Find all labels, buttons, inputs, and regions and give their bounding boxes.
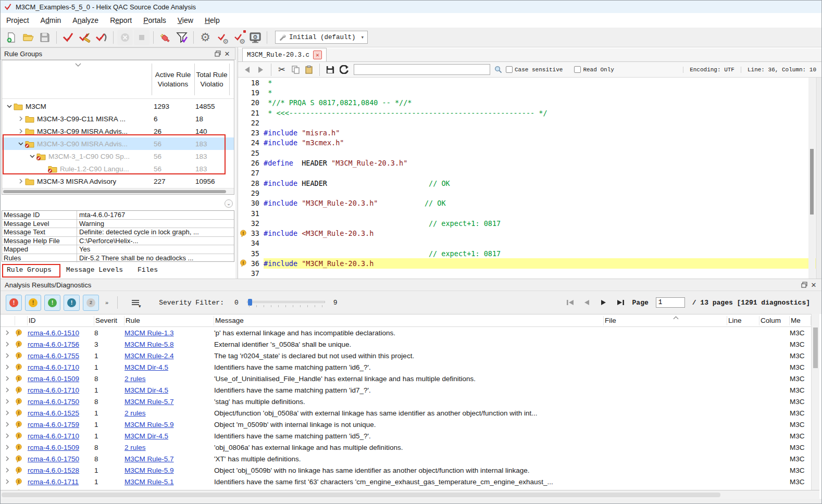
tab-message-levels[interactable]: Message Levels [61, 264, 130, 278]
navigate-forward-button[interactable] [255, 64, 266, 75]
row-expander-icon[interactable] [1, 399, 15, 404]
rule-link[interactable]: M3CM Rule-5.1 [124, 478, 174, 486]
rule-link[interactable]: M3CM Dir-4.5 [124, 386, 168, 394]
column-header-column[interactable]: Colum [759, 316, 790, 325]
row-expander-icon[interactable] [1, 422, 15, 427]
diagnostic-row[interactable]: !rcma-4.6.0-17111M3CM Rule-5.1Identifier… [1, 476, 811, 487]
diagnostic-id-link[interactable]: rcma-4.6.0-1710 [28, 363, 79, 371]
menu-report[interactable]: Report [104, 14, 138, 27]
menu-portals[interactable]: Portals [138, 14, 172, 27]
close-panel-icon[interactable]: ✕ [222, 49, 232, 58]
rule-link[interactable]: M3CM Rule-5.7 [124, 398, 174, 406]
toolbar-overflow-button[interactable]: » [102, 299, 111, 306]
rule-link[interactable]: M3CM Dir-4.5 [124, 432, 168, 440]
diagnostic-id-link[interactable]: rcma-4.6.0-1509 [28, 375, 79, 383]
diagnostic-row[interactable]: !rcma-4.6.0-17101M3CM Dir-4.5Identifiers… [1, 430, 811, 442]
row-expander-icon[interactable] [1, 376, 15, 381]
row-expander-icon[interactable] [1, 410, 15, 415]
column-header-file[interactable]: File [604, 316, 727, 325]
diagnostic-row[interactable]: !rcma-4.6.0-15108M3CM Rule-1.3'p' has ex… [1, 327, 811, 338]
diagnostic-row[interactable]: !rcma-4.6.0-150982 rules'Use_of_Uninitia… [1, 373, 811, 384]
column-header-rule[interactable]: Rule [124, 316, 214, 325]
navigate-back-button[interactable] [241, 64, 253, 75]
expander-right-icon[interactable] [17, 177, 25, 185]
menu-admin[interactable]: Admin [35, 14, 67, 27]
menu-analyze[interactable]: Analyze [67, 14, 104, 27]
cut-button[interactable]: ✂ [276, 64, 288, 75]
row-expander-icon[interactable] [1, 445, 15, 450]
search-icon[interactable] [492, 64, 504, 75]
project-config-button[interactable]: ⚙ [214, 30, 230, 45]
diagnostic-row[interactable]: !rcma-4.6.0-17101M3CM Dir-4.5Identifiers… [1, 384, 811, 396]
tree-row[interactable]: M3CM-3-C90 MISRA Advis...56183 [2, 137, 234, 150]
case-sensitive-checkbox[interactable] [506, 66, 513, 73]
diagnostic-id-link[interactable]: rcma-4.6.0-1509 [28, 444, 79, 451]
rule-link[interactable]: M3CM Rule-5.7 [124, 455, 174, 463]
float-panel-icon[interactable] [213, 49, 222, 58]
tree-row[interactable]: M3CM-3-C99 MISRA Advis...26140 [2, 125, 234, 137]
tree-row[interactable]: M3CM129314855 [2, 100, 234, 112]
row-expander-icon[interactable] [1, 330, 15, 335]
expander-right-icon[interactable] [17, 127, 25, 135]
column-header-message[interactable]: Message [214, 316, 604, 325]
filter-severity-level2-button[interactable]: 2 [83, 295, 99, 311]
tab-files[interactable]: Files [132, 264, 165, 278]
row-expander-icon[interactable] [1, 433, 15, 438]
diagnostic-row[interactable]: !rcma-4.6.0-17591M3CM Rule-5.9Object 'm_… [1, 419, 811, 430]
menu-view[interactable]: View [172, 14, 199, 27]
close-tab-icon[interactable]: ✕ [313, 51, 322, 59]
diagnostic-id-link[interactable]: rcma-4.6.0-1528 [28, 467, 79, 474]
diagnostic-row[interactable]: !rcma-4.6.0-17508M3CM Rule-5.7'XT' has m… [1, 453, 811, 464]
rule-link[interactable]: M3CM Rule-5.9 [124, 467, 174, 474]
profile-dropdown[interactable]: Initial (default) ▾ [275, 31, 368, 44]
diagnostic-id-link[interactable]: rcma-4.6.0-1755 [28, 352, 79, 360]
reload-file-button[interactable] [338, 64, 350, 75]
column-header-line[interactable]: Line [727, 316, 759, 325]
results-vertical-scrollbar[interactable] [811, 314, 819, 490]
expander-right-icon[interactable] [17, 115, 25, 123]
read-only-checkbox[interactable] [574, 66, 581, 73]
page-number-input[interactable] [656, 297, 685, 308]
filter-severity-info-button[interactable]: ! [44, 295, 60, 311]
rule-link[interactable]: 2 rules [124, 375, 146, 383]
row-expander-icon[interactable] [1, 364, 15, 370]
clean-analyze-button[interactable] [77, 30, 93, 45]
rule-link[interactable]: M3CM Rule-5.9 [124, 421, 174, 429]
row-expander-icon[interactable] [1, 468, 15, 473]
expander-down-icon[interactable] [28, 152, 36, 160]
diagnostic-id-link[interactable]: rcma-4.6.0-1525 [28, 409, 79, 417]
row-expander-icon[interactable] [1, 353, 15, 358]
diagnostic-id-link[interactable]: rcma-4.6.0-1756 [28, 341, 79, 348]
results-menu-button[interactable]: ▼ [129, 296, 142, 309]
row-expander-icon[interactable] [1, 479, 15, 484]
active-violations-column-header[interactable]: Active Rule Violations [152, 60, 194, 99]
rule-link[interactable]: M3CM Rule-5.8 [124, 341, 174, 348]
last-page-button[interactable] [616, 299, 625, 306]
diagnostic-id-link[interactable]: rcma-4.6.0-1711 [28, 478, 79, 486]
diagnostic-id-link[interactable]: rcma-4.6.0-1710 [28, 386, 79, 394]
total-violations-column-header[interactable]: Total Rule Violatio [194, 60, 229, 99]
incremental-analyze-button[interactable] [94, 30, 109, 45]
diagnostic-row[interactable]: !rcma-4.6.0-17563M3CM Rule-5.8External i… [1, 338, 811, 350]
save-project-button[interactable] [37, 30, 53, 45]
row-expander-icon[interactable] [1, 387, 15, 393]
diagnostic-id-link[interactable]: rcma-4.6.0-1759 [28, 421, 79, 429]
open-project-button[interactable] [20, 30, 36, 45]
severity-slider[interactable] [247, 297, 325, 308]
tree-row[interactable]: M3CM-3-C99-C11 MISRA ...618 [2, 112, 234, 125]
diagnostic-row[interactable]: !rcma-4.6.0-17508M3CM Rule-5.7'stag' has… [1, 396, 811, 407]
new-project-button[interactable] [4, 30, 19, 45]
expander-down-icon[interactable] [5, 102, 14, 110]
diagnostic-id-link[interactable]: rcma-4.6.0-1750 [28, 398, 79, 406]
copy-button[interactable] [290, 64, 301, 75]
column-header-me[interactable]: Me [790, 316, 811, 325]
filter-severity-note-button[interactable]: ! [64, 295, 80, 311]
diagnostic-row[interactable]: !rcma-4.6.0-17551M3CM Rule-2.4The tag 'r… [1, 350, 811, 361]
panel-collapse-button[interactable]: ⌄ [225, 199, 233, 208]
diagnostic-row[interactable]: !rcma-4.6.0-152512 rulesObject/function … [1, 407, 811, 419]
filter-severity-high-button[interactable]: ! [6, 295, 22, 311]
menu-project[interactable]: Project [1, 14, 35, 27]
row-expander-icon[interactable] [1, 456, 15, 461]
rule-link[interactable]: M3CM Dir-4.5 [124, 363, 168, 371]
editor-search-input[interactable] [354, 64, 490, 75]
